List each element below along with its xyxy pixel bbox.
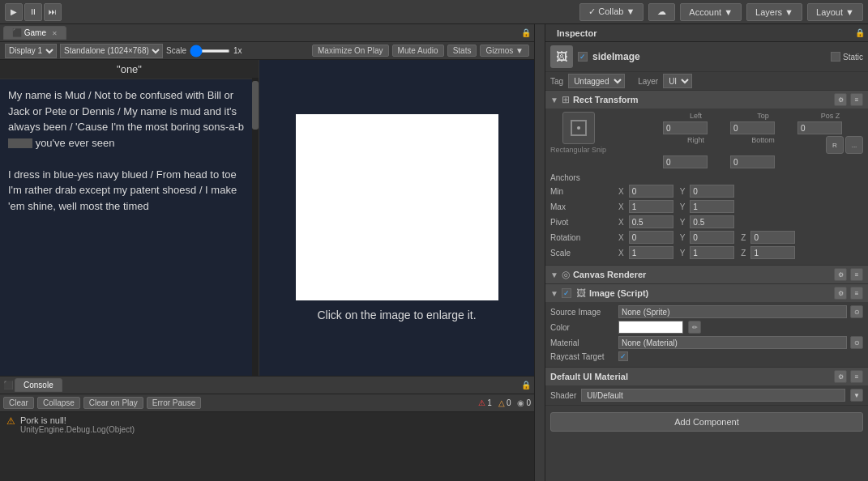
right-input[interactable] — [663, 155, 708, 168]
add-component-button[interactable]: Add Component — [550, 412, 863, 432]
stats-button[interactable]: Stats — [447, 45, 477, 57]
color-row: Color ✏ — [550, 321, 863, 334]
canvas-renderer-header[interactable]: ▼ ◎ Canvas Renderer ⚙ ≡ — [545, 266, 868, 283]
console-lock-icon[interactable]: 🔒 — [521, 381, 531, 389]
min-x-input[interactable] — [629, 185, 673, 198]
scale-x-input[interactable] — [629, 246, 673, 259]
game-text-after-censor: you've ever seen — [36, 137, 115, 149]
rect-transform-icon: ⊞ — [562, 94, 570, 105]
rect-r-button[interactable]: R — [826, 136, 844, 154]
console-message: Pork is null! UnityEngine.Debug.Log(Obje… — [20, 415, 135, 434]
top-header: Top — [730, 112, 796, 120]
collab-button[interactable]: ✓ Collab ▼ — [579, 3, 644, 21]
scale-z-label: Z — [741, 249, 746, 258]
canvas-settings-btn[interactable]: ⚙ — [834, 268, 847, 281]
game-text-panel: "one" My name is Mud / Not to be confuse… — [0, 60, 259, 376]
maximize-on-play-button[interactable]: Maximize On Play — [312, 45, 389, 57]
layout-button[interactable]: Layout ▼ — [807, 3, 863, 21]
console-tab-bar: ⬛ Console 🔒 — [0, 377, 534, 394]
playback-controls: ▶ ⏸ ⏭ — [5, 3, 62, 21]
active-checkbox[interactable]: ✓ — [578, 52, 588, 62]
max-x-label: X — [618, 202, 624, 211]
source-image-input[interactable] — [618, 305, 847, 318]
gizmos-button[interactable]: Gizmos ▼ — [480, 45, 529, 57]
text-scrollbar[interactable] — [252, 78, 259, 376]
rect-transform-header[interactable]: ▼ ⊞ Rect Transform ⚙ ≡ — [545, 91, 868, 109]
collapse-button[interactable]: Collapse — [37, 397, 80, 409]
bottom-input[interactable] — [730, 155, 775, 168]
inspector-panel: Inspector 🔒 🖼 ✓ sideImage Static Tag Unt… — [545, 24, 868, 481]
mute-audio-button[interactable]: Mute Audio — [392, 45, 444, 57]
image-script-header[interactable]: ▼ ✓ 🖼 Image (Script) ⚙ ≡ — [545, 284, 868, 302]
static-checkbox[interactable] — [831, 52, 840, 62]
scale-z-input[interactable] — [750, 246, 795, 259]
scale-label: Scale — [166, 46, 186, 55]
right-header: Right — [663, 136, 729, 154]
pause-button[interactable]: ⏸ — [24, 3, 42, 21]
pivot-x-input[interactable] — [629, 215, 673, 228]
scroll-thumb[interactable] — [252, 81, 259, 130]
game-tab[interactable]: ⬛ Game ✕ — [3, 26, 66, 40]
left-input[interactable] — [663, 121, 708, 134]
max-x-input[interactable] — [629, 200, 673, 213]
rot-x-input[interactable] — [629, 231, 673, 244]
step-button[interactable]: ⏭ — [44, 3, 62, 21]
anchor-widget[interactable] — [562, 112, 595, 144]
row2-empty — [613, 155, 661, 168]
error-pause-button[interactable]: Error Pause — [147, 397, 201, 409]
pivot-y-input[interactable] — [690, 215, 734, 228]
console-tab[interactable]: Console — [15, 378, 62, 392]
default-material-header[interactable]: Default UI Material ⚙ ≡ — [545, 368, 868, 385]
scale-slider[interactable] — [190, 49, 230, 53]
display-select[interactable]: Display 1 — [5, 44, 57, 58]
top-input[interactable] — [730, 121, 775, 134]
tag-select[interactable]: Untagged — [568, 74, 625, 88]
canvas-menu-btn[interactable]: ≡ — [850, 268, 863, 281]
image-script-title: Image (Script) — [589, 288, 648, 298]
pivot-row: Pivot X Y — [550, 215, 863, 228]
rot-z-input[interactable] — [750, 231, 795, 244]
rect-extra-button[interactable]: ... — [845, 136, 863, 154]
console-toolbar: Clear Collapse Clear on Play Error Pause… — [0, 394, 534, 412]
mat-menu-btn[interactable]: ≡ — [850, 370, 863, 383]
lock-icon[interactable]: 🔒 — [521, 28, 531, 37]
color-swatch[interactable] — [618, 321, 683, 334]
image-script-body: Source Image ⊙ Color ✏ Material ⊙ Raycas… — [545, 302, 868, 367]
layers-button[interactable]: Layers ▼ — [746, 3, 802, 21]
mat-settings-btn[interactable]: ⚙ — [834, 370, 847, 383]
max-y-label: Y — [680, 202, 686, 211]
clear-on-play-button[interactable]: Clear on Play — [83, 397, 143, 409]
max-y-input[interactable] — [690, 200, 734, 213]
rect-settings-btn[interactable]: ⚙ — [834, 93, 847, 106]
image-script-checkbox[interactable]: ✓ — [562, 288, 571, 298]
inspector-object-name[interactable]: sideImage — [592, 51, 826, 62]
raycast-checkbox[interactable]: ✓ — [618, 351, 628, 361]
cloud-button[interactable]: ☁ — [648, 3, 675, 21]
play-button[interactable]: ▶ — [5, 3, 23, 21]
clear-button[interactable]: Clear — [3, 397, 34, 409]
image-settings-btn[interactable]: ⚙ — [834, 287, 847, 300]
color-picker-btn[interactable]: ✏ — [688, 321, 701, 334]
material-row: Material ⊙ — [550, 336, 863, 349]
layer-select[interactable]: UI — [663, 74, 692, 88]
warn-icon: ⚠ — [6, 415, 15, 427]
scale-value: 1x — [233, 46, 242, 55]
posz-input[interactable] — [797, 121, 842, 134]
game-image-placeholder[interactable] — [296, 114, 498, 300]
scale-row: Scale X Y Z — [550, 246, 863, 259]
inspector-lock-icon[interactable]: 🔒 — [855, 28, 865, 37]
shader-input[interactable] — [581, 389, 845, 402]
shader-arrow[interactable]: ▼ — [850, 389, 863, 402]
scale-y-input[interactable] — [690, 246, 734, 259]
min-y-input[interactable] — [690, 185, 734, 198]
rect-menu-btn[interactable]: ≡ — [850, 93, 863, 106]
material-input[interactable] — [618, 336, 847, 349]
inspector-tab[interactable]: Inspector — [549, 27, 605, 40]
resolution-select[interactable]: Standalone (1024×768) — [60, 44, 163, 58]
game-image-panel: Click on the image to enlarge it. — [259, 60, 534, 376]
material-picker[interactable]: ⊙ — [850, 336, 863, 349]
account-button[interactable]: Account ▼ — [680, 3, 742, 21]
image-menu-btn[interactable]: ≡ — [850, 287, 863, 300]
rot-y-input[interactable] — [690, 231, 734, 244]
source-image-picker[interactable]: ⊙ — [850, 305, 863, 318]
